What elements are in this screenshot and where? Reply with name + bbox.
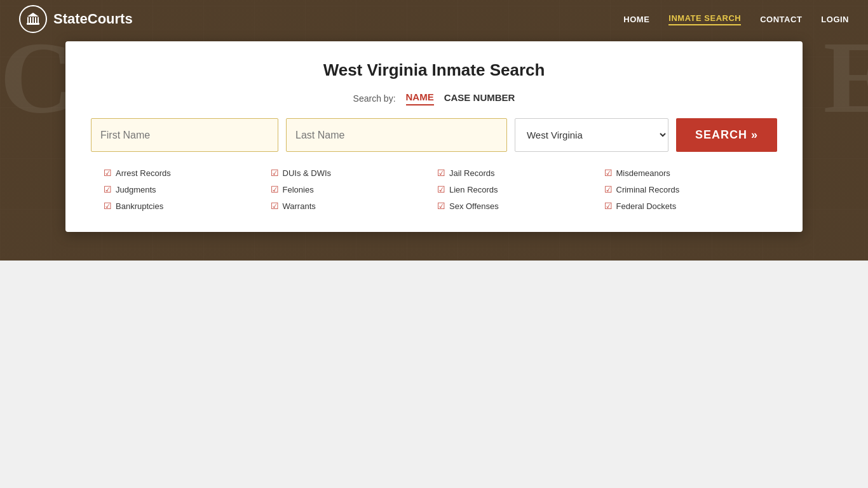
check-criminal-records: ☑ Criminal Records <box>604 182 765 196</box>
top-navigation: StateCourts HOME INMATE SEARCH CONTACT L… <box>0 0 868 38</box>
state-select[interactable]: West Virginia Alabama Alaska Arizona Ark… <box>515 118 668 152</box>
nav-inmate-search[interactable]: INMATE SEARCH <box>668 13 741 25</box>
nav-contact[interactable]: CONTACT <box>760 15 802 24</box>
check-icon: ☑ <box>437 184 445 194</box>
search-button[interactable]: SEARCH » <box>676 118 777 152</box>
logo-text: StateCourts <box>53 11 133 27</box>
check-judgments: ☑ Judgments <box>104 182 264 196</box>
site-logo[interactable]: StateCourts <box>19 5 133 33</box>
check-felonies: ☑ Felonies <box>271 182 431 196</box>
svg-rect-5 <box>32 17 34 23</box>
search-modal: West Virginia Inmate Search Search by: N… <box>65 41 803 232</box>
check-label: Jail Records <box>449 168 495 178</box>
check-misdemeanors: ☑ Misdemeanors <box>604 166 765 180</box>
nav-links: HOME INMATE SEARCH CONTACT LOGIN <box>623 13 849 25</box>
last-name-input[interactable] <box>286 118 507 152</box>
check-arrest-records: ☑ Arrest Records <box>104 166 264 180</box>
logo-icon <box>19 5 47 33</box>
check-icon: ☑ <box>604 201 613 211</box>
check-label: Judgments <box>116 185 156 194</box>
check-label: Lien Records <box>449 185 498 194</box>
check-label: Federal Dockets <box>616 201 677 211</box>
check-label: DUIs & DWIs <box>283 168 332 178</box>
check-jail-records: ☑ Jail Records <box>437 166 598 180</box>
check-icon: ☑ <box>271 168 279 178</box>
tab-name[interactable]: NAME <box>406 92 434 105</box>
check-icon: ☑ <box>104 168 112 178</box>
check-label: Bankruptcies <box>116 201 163 211</box>
check-label: Sex Offenses <box>449 201 499 211</box>
svg-rect-3 <box>27 17 29 23</box>
check-duis: ☑ DUIs & DWIs <box>271 166 431 180</box>
hero-section: COURTHOUSE StateCourts HOME INMATE SEARC <box>0 0 868 261</box>
modal-title: West Virginia Inmate Search <box>91 60 777 80</box>
check-icon: ☑ <box>271 201 279 211</box>
check-icon: ☑ <box>604 184 613 194</box>
svg-rect-6 <box>35 17 36 23</box>
check-icon: ☑ <box>604 168 613 178</box>
nav-login[interactable]: LOGIN <box>821 15 849 24</box>
svg-marker-2 <box>27 13 39 17</box>
tab-case-number[interactable]: CASE NUMBER <box>444 92 515 105</box>
check-icon: ☑ <box>437 201 445 211</box>
search-by-label: Search by: <box>353 93 396 104</box>
first-name-input[interactable] <box>91 118 278 152</box>
check-icon: ☑ <box>104 184 112 194</box>
svg-rect-0 <box>27 23 39 25</box>
check-icon: ☑ <box>104 201 112 211</box>
search-by-row: Search by: NAME CASE NUMBER <box>91 92 777 105</box>
check-label: Felonies <box>283 185 314 194</box>
check-label: Criminal Records <box>616 185 680 194</box>
check-label: Misdemeanors <box>616 168 670 178</box>
check-label: Warrants <box>283 201 316 211</box>
check-icon: ☑ <box>271 184 279 194</box>
svg-rect-4 <box>30 17 31 23</box>
check-lien-records: ☑ Lien Records <box>437 182 598 196</box>
check-sex-offenses: ☑ Sex Offenses <box>437 199 598 213</box>
search-row: West Virginia Alabama Alaska Arizona Ark… <box>91 118 777 152</box>
checkmarks-grid: ☑ Arrest Records ☑ DUIs & DWIs ☑ Jail Re… <box>91 166 777 213</box>
check-label: Arrest Records <box>116 168 171 178</box>
nav-home[interactable]: HOME <box>623 15 649 24</box>
svg-rect-7 <box>37 17 39 23</box>
check-icon: ☑ <box>437 168 445 178</box>
check-warrants: ☑ Warrants <box>271 199 431 213</box>
check-federal-dockets: ☑ Federal Dockets <box>604 199 765 213</box>
check-bankruptcies: ☑ Bankruptcies <box>104 199 264 213</box>
